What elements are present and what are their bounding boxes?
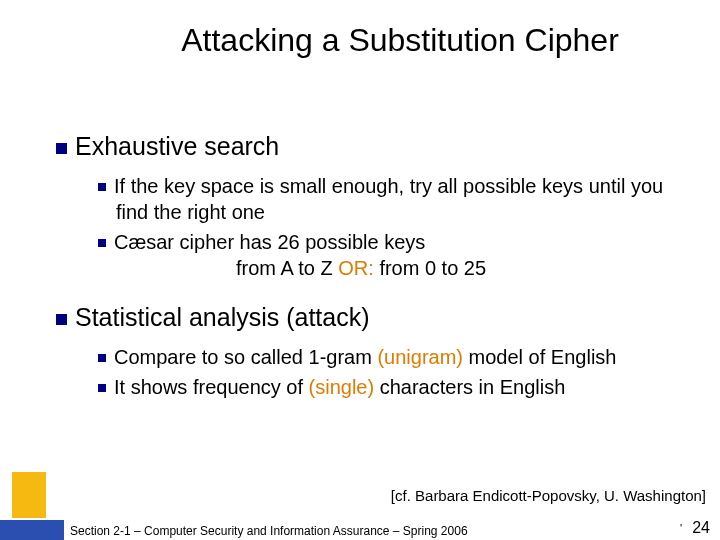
heading-text: Statistical analysis (attack) xyxy=(75,303,370,331)
page-number: 24 xyxy=(692,519,710,537)
sub-list-2: Compare to so called 1-gram (unigram) mo… xyxy=(98,344,690,400)
text-pre: Compare to so called 1-gram xyxy=(114,346,377,368)
bullet-icon xyxy=(56,143,67,154)
slide-content: Exhaustive search If the key space is sm… xyxy=(56,132,690,422)
text-unigram: (unigram) xyxy=(377,346,463,368)
list-item: If the key space is small enough, try al… xyxy=(98,173,690,225)
heading-text: Exhaustive search xyxy=(75,132,279,160)
slide: Attacking a Substitution Cipher Exhausti… xyxy=(0,0,720,540)
bullet-text: If the key space is small enough, try al… xyxy=(114,175,663,223)
bullet-text: Cæsar cipher has 26 possible keys xyxy=(114,231,425,253)
section-heading-1: Exhaustive search xyxy=(56,132,690,161)
bullet-continuation: from A to Z OR: from 0 to 25 xyxy=(236,255,690,281)
bullet-icon xyxy=(98,239,106,247)
section-heading-2: Statistical analysis (attack) xyxy=(56,303,690,332)
accent-decoration xyxy=(12,472,46,518)
list-item: Cæsar cipher has 26 possible keys from A… xyxy=(98,229,690,281)
text-pre: It shows frequency of xyxy=(114,376,309,398)
bullet-icon xyxy=(98,354,106,362)
text-pre: from A to Z xyxy=(236,257,338,279)
footer-text: Section 2-1 – Computer Security and Info… xyxy=(70,524,468,538)
text-post: characters in English xyxy=(374,376,565,398)
citation: [cf. Barbara Endicott-Popovsky, U. Washi… xyxy=(391,487,706,504)
text-post: from 0 to 25 xyxy=(374,257,486,279)
bullet-icon xyxy=(98,183,106,191)
list-item: Compare to so called 1-gram (unigram) mo… xyxy=(98,344,690,370)
tick-mark: ' xyxy=(680,522,682,534)
bullet-icon xyxy=(98,384,106,392)
accent-bar xyxy=(0,520,64,540)
bullet-icon xyxy=(56,314,67,325)
slide-title: Attacking a Substitution Cipher xyxy=(0,22,720,59)
sub-list-1: If the key space is small enough, try al… xyxy=(98,173,690,281)
text-single: (single) xyxy=(309,376,375,398)
text-post: model of English xyxy=(463,346,616,368)
list-item: It shows frequency of (single) character… xyxy=(98,374,690,400)
text-or: OR: xyxy=(338,257,374,279)
